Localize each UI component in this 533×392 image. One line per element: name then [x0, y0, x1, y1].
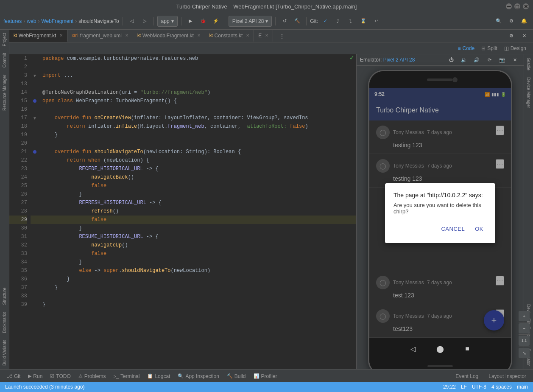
forward-button[interactable]: ▷: [139, 16, 150, 27]
git-pull-button[interactable]: ⤵: [345, 16, 356, 27]
sync-button[interactable]: ↺: [279, 16, 290, 27]
terminal-tab[interactable]: >_ Terminal: [110, 370, 143, 382]
profiler-tab[interactable]: 📊 Profiler: [250, 370, 281, 382]
phone-grip-bottom: [369, 360, 511, 369]
code-line-35: else -> super.shouldNavigateTo(newLocati…: [39, 266, 356, 275]
code-line-20: [39, 139, 356, 148]
run-button[interactable]: ▶: [185, 16, 196, 27]
dialog-cancel-button[interactable]: CANCEL: [438, 223, 468, 235]
build-tab[interactable]: 🔨 Build: [223, 370, 249, 382]
tab-constants-kt[interactable]: kt Constants.kt ✕: [205, 30, 254, 42]
zoom-reset-button[interactable]: 1:1: [519, 336, 530, 346]
editor-settings-button[interactable]: ⚙: [506, 31, 517, 42]
project-panel-tab[interactable]: Project: [1, 30, 8, 50]
code-line-17: override fun onCreateView(inflater: Layo…: [39, 114, 356, 122]
tab-close-webfragment[interactable]: ✕: [59, 33, 63, 38]
notifications-button[interactable]: 🔔: [519, 16, 530, 27]
tab-close-fragment-web[interactable]: ✕: [125, 33, 128, 38]
bookmarks-panel-tab[interactable]: Bookmarks: [1, 308, 8, 336]
emulator-power-button[interactable]: ⏻: [446, 54, 457, 65]
nav-back-button[interactable]: ◁: [408, 344, 418, 354]
app-inspection-tab[interactable]: 🔍 App Inspection: [174, 370, 222, 382]
line-num-17: 17: [9, 114, 27, 122]
build-button[interactable]: 🔨: [292, 16, 303, 27]
tab-label-constants: Constants.kt: [215, 33, 243, 39]
line-num-39: 39: [9, 300, 27, 309]
editor-close-button[interactable]: ✕: [519, 31, 530, 42]
line-num-28: 28: [9, 207, 27, 216]
gutter-29: [31, 216, 39, 224]
device-dropdown[interactable]: Pixel 2 API 28 ▾: [229, 16, 272, 27]
code-line-38: [39, 292, 356, 300]
main-toolbar: features › web › WebFragment › shouldNav…: [0, 13, 533, 30]
toolbar-separator-6: [306, 17, 307, 25]
zoom-out-button[interactable]: −: [519, 323, 530, 333]
code-editor[interactable]: 1 2 3 13 14 15 16 17 18 19 20 21 22 23 2…: [9, 54, 356, 369]
device-manager-tab[interactable]: Device Manager: [525, 74, 532, 112]
code-view-button[interactable]: ≡ Code: [455, 45, 478, 52]
app-dropdown[interactable]: app ▾: [157, 16, 178, 27]
tab-close-e[interactable]: ✕: [265, 33, 268, 38]
gutter-32: [31, 241, 39, 249]
debug-button[interactable]: 🐞: [198, 16, 209, 27]
design-view-button[interactable]: ◫ Design: [501, 45, 530, 52]
gutter-2: [31, 63, 39, 71]
split-view-button[interactable]: ⊟ Split: [478, 45, 500, 52]
maximize-button[interactable]: □: [514, 3, 520, 9]
resource-manager-tab[interactable]: Resource Manager: [1, 71, 8, 114]
dialog-message: Are you sure you want to delete this chi…: [393, 202, 487, 215]
close-button[interactable]: ✕: [523, 3, 529, 9]
structure-panel-tab[interactable]: Structure: [1, 284, 8, 308]
git-merge-button[interactable]: ⤴: [332, 16, 343, 27]
git-status: Git: ✓ ⤴ ⤵ ⌛ ↩: [310, 16, 382, 27]
profile-button[interactable]: ⚡: [210, 16, 221, 27]
emulator-volume-down-button[interactable]: 🔉: [458, 54, 469, 65]
back-button[interactable]: ◁: [126, 16, 137, 27]
settings-button[interactable]: ⚙: [506, 16, 517, 27]
search-button[interactable]: 🔍: [493, 16, 504, 27]
zoom-fit-button[interactable]: ⤡: [519, 348, 530, 358]
zoom-in-button[interactable]: +: [519, 311, 530, 321]
dialog-ok-button[interactable]: OK: [472, 223, 487, 235]
tab-close-constants[interactable]: ✕: [246, 33, 249, 38]
tab-close-webmodal[interactable]: ✕: [197, 33, 201, 38]
tab-webfragment-kt[interactable]: kt WebFragment.kt ✕: [9, 30, 67, 42]
code-line-28: refresh(): [39, 207, 356, 216]
gradle-panel-tab[interactable]: Gradle: [525, 54, 532, 74]
emulator-screenshot-button[interactable]: 📷: [497, 54, 508, 65]
line-num-1: 1: [9, 54, 27, 63]
more-tabs-button[interactable]: ⋮: [276, 31, 287, 42]
zoom-separator: [519, 322, 530, 322]
emulator-volume-up-button[interactable]: 🔊: [471, 54, 482, 65]
breadcrumb-method[interactable]: shouldNavigateTo: [78, 18, 119, 24]
line-num-34: 34: [9, 258, 27, 266]
code-text[interactable]: package com.example.turbochirpernative.f…: [39, 54, 356, 369]
breadcrumb-webfragment[interactable]: WebFragment: [41, 18, 73, 24]
git-label: Git:: [310, 18, 318, 24]
tab-e[interactable]: E ✕: [254, 30, 273, 42]
run-tab[interactable]: ▶ Run: [25, 370, 46, 382]
breadcrumb-features[interactable]: features: [3, 18, 22, 24]
minimize-button[interactable]: ─: [506, 3, 512, 9]
event-log-tab[interactable]: Event Log: [452, 370, 482, 382]
todo-tab[interactable]: ☑ TODO: [47, 370, 74, 382]
problems-tab[interactable]: ⚠ Problems: [75, 370, 109, 382]
breadcrumb-web[interactable]: web: [27, 18, 36, 24]
git-check-button[interactable]: ✓: [320, 16, 331, 27]
git-tab[interactable]: ⎇ Git: [3, 370, 24, 382]
gutter-24: [31, 173, 39, 182]
nav-recents-button[interactable]: ■: [462, 344, 472, 354]
nav-home-button[interactable]: ⬤: [435, 344, 445, 354]
emulator-rotate-button[interactable]: ⟳: [484, 54, 495, 65]
tab-fragment-web-xml[interactable]: xml fragment_web.xml ✕: [67, 30, 133, 42]
tab-label-e: E: [258, 33, 262, 39]
gutter-15: [31, 97, 39, 105]
commit-panel-tab[interactable]: Commit: [1, 50, 8, 71]
emulator-close-button[interactable]: ✕: [509, 54, 520, 65]
git-revert-button[interactable]: ↩: [371, 16, 382, 27]
logcat-tab[interactable]: 📋 Logcat: [144, 370, 173, 382]
build-variants-tab[interactable]: Build Variants: [1, 336, 8, 369]
layout-inspector-tab[interactable]: Layout Inspector: [485, 370, 530, 382]
git-history-button[interactable]: ⌛: [358, 16, 369, 27]
tab-webmodalfragment[interactable]: kt WebModalFragment.kt ✕: [133, 30, 205, 42]
